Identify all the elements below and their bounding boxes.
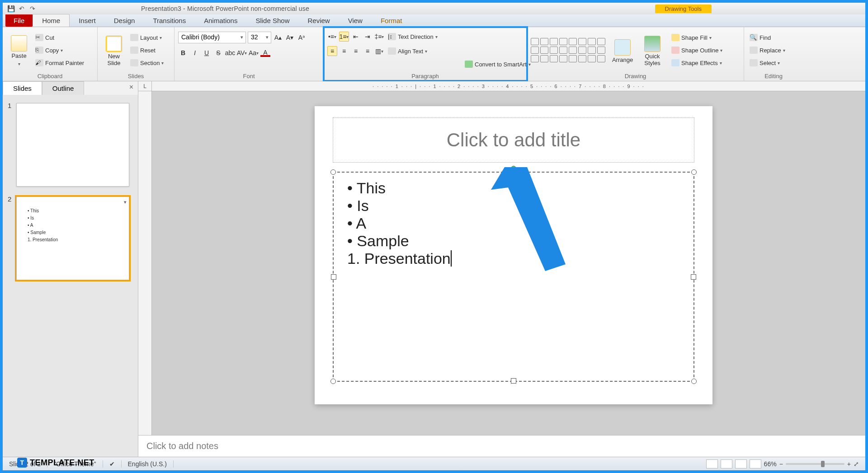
tab-home[interactable]: Home [33,14,70,27]
view-reading-button[interactable] [735,459,747,468]
notes-pane[interactable]: Click to add notes [138,435,865,457]
line-spacing-button[interactable]: ‡≡ [374,32,384,42]
resize-handle[interactable] [691,169,697,175]
paste-button[interactable]: Paste [6,33,32,67]
shape-effects-label: Shape Effects [681,60,718,66]
select-button[interactable]: Select [748,58,799,67]
decrease-indent-button[interactable]: ⇤ [351,32,361,42]
content-text[interactable]: This Is A Sample Presentation [334,173,693,274]
ruler-corner: L [138,81,152,91]
align-text-icon [388,47,396,55]
underline-button[interactable]: U [202,48,212,58]
thumb-line: 1. Presentation [28,237,58,242]
content-placeholder[interactable]: This Is A Sample Presentation [333,172,694,382]
clear-formatting-button[interactable]: Aᵃ [297,33,307,42]
zoom-slider[interactable] [786,463,844,465]
scissors-icon [35,34,43,41]
bold-button[interactable]: B [178,48,188,58]
resize-handle[interactable] [330,379,336,384]
convert-smartart-button[interactable]: Convert to SmartArt [463,60,533,69]
resize-handle[interactable] [331,274,336,280]
shape-fill-button[interactable]: Shape Fill [670,33,740,42]
align-right-button[interactable]: ≡ [351,46,361,56]
font-name-select[interactable]: Calibri (Body) [178,32,246,43]
thumb-line: This [30,208,39,213]
font-color-button[interactable]: A [260,48,270,58]
shadow-button[interactable]: abc [225,48,235,58]
format-painter-button[interactable]: Format Painter [33,58,94,67]
arrange-button[interactable]: Arrange [610,37,635,63]
shapes-gallery[interactable] [531,38,605,62]
tab-transitions[interactable]: Transitions [144,14,195,27]
justify-button[interactable]: ≡ [363,46,373,56]
align-left-button[interactable]: ≡ [327,46,337,56]
slides-panel: Slides Outline × 1 2 • This • Is • A • S… [3,81,138,457]
char-spacing-button[interactable]: AV [237,48,247,58]
cut-button[interactable]: Cut [33,33,94,42]
tab-file[interactable]: File [5,14,33,27]
watermark-text: TEMPLATE.NET [30,458,94,468]
status-language[interactable]: English (U.S.) [122,460,174,468]
qat-save-icon[interactable]: 💾 [6,4,15,13]
shape-outline-label: Shape Outline [681,47,718,54]
align-center-button[interactable]: ≡ [339,46,349,56]
italic-button[interactable]: I [190,48,200,58]
align-text-button[interactable]: Align Text [386,47,429,56]
select-label: Select [760,60,776,66]
shape-effects-button[interactable]: Shape Effects [670,58,740,67]
shape-outline-button[interactable]: Shape Outline [670,46,740,55]
bullets-button[interactable]: •≡ [327,32,337,42]
grow-font-button[interactable]: A▴ [273,33,283,42]
fit-to-window-button[interactable]: ⤢ [854,460,859,468]
text-direction-button[interactable]: |↕Text Direction [386,32,439,41]
paste-label: Paste [11,52,26,59]
horizontal-ruler[interactable]: · · · · · 1 · · · | · · · 1 · · · · 2 · … [152,81,865,91]
slide-thumbnail-2[interactable]: 2 • This • Is • A • Sample 1. Presentati… [16,197,129,280]
status-spellcheck-icon[interactable]: ✔ [103,460,122,468]
resize-handle[interactable] [691,379,697,384]
resize-handle[interactable] [330,169,336,175]
replace-button[interactable]: Replace [748,46,799,55]
copy-button[interactable]: Copy [33,46,94,55]
tab-slideshow[interactable]: Slide Show [246,14,298,27]
zoom-in-button[interactable]: + [847,460,851,468]
text-cursor [451,250,452,267]
title-placeholder[interactable]: Click to add title [333,117,694,163]
qat-redo-icon[interactable]: ↷ [28,4,37,13]
resize-handle[interactable] [511,170,516,175]
view-slideshow-button[interactable] [750,459,761,468]
paste-icon [11,35,27,52]
view-normal-button[interactable] [706,459,718,468]
close-panel-button[interactable]: × [125,81,138,95]
zoom-out-button[interactable]: − [779,460,783,468]
numbering-button[interactable]: 1≡ [339,32,349,42]
section-button[interactable]: Section [128,58,170,67]
side-tab-outline[interactable]: Outline [42,81,85,95]
strike-button[interactable]: S [213,48,223,58]
tab-insert[interactable]: Insert [70,14,105,27]
find-button[interactable]: 🔍Find [748,33,799,42]
change-case-button[interactable]: Aa [249,48,259,58]
vertical-ruler[interactable] [138,91,152,457]
view-sorter-button[interactable] [721,459,732,468]
layout-button[interactable]: Layout [128,33,170,42]
resize-handle[interactable] [511,378,516,384]
group-label-drawing: Drawing [531,71,740,81]
reset-button[interactable]: Reset [128,46,170,55]
tab-view[interactable]: View [339,14,372,27]
slide-canvas[interactable]: Click to add title This Is A Sample Pres… [315,106,712,404]
tab-review[interactable]: Review [298,14,339,27]
font-size-select[interactable]: 32 [248,32,271,43]
resize-handle[interactable] [691,274,696,280]
increase-indent-button[interactable]: ⇥ [363,32,373,42]
shrink-font-button[interactable]: A▾ [285,33,295,42]
tab-format[interactable]: Format [372,14,411,27]
new-slide-button[interactable]: New Slide [101,34,127,66]
quick-styles-button[interactable]: Quick Styles [640,34,665,66]
tab-animations[interactable]: Animations [195,14,246,27]
slide-thumbnail-1[interactable]: 1 [16,103,129,187]
columns-button[interactable]: ▥ [374,46,384,56]
tab-design[interactable]: Design [105,14,144,27]
qat-undo-icon[interactable]: ↶ [17,4,26,13]
side-tab-slides[interactable]: Slides [3,81,42,95]
